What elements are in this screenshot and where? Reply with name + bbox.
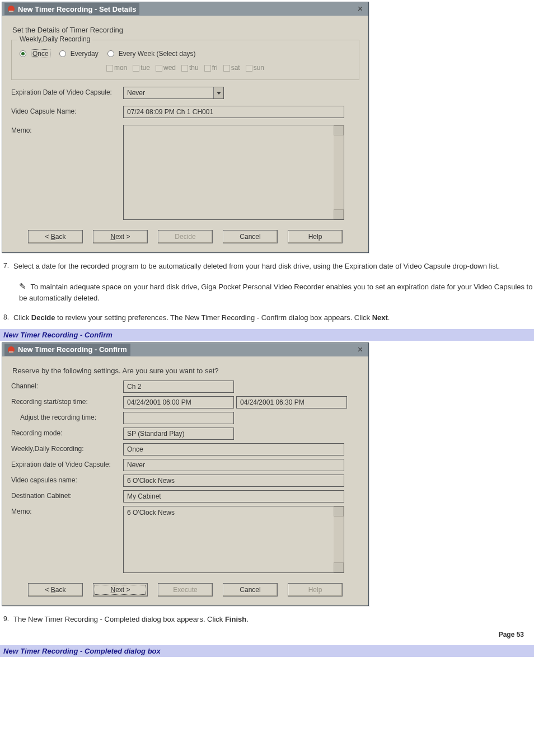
scroll-down-icon[interactable] bbox=[334, 209, 344, 219]
back-button[interactable]: < Back bbox=[28, 583, 83, 597]
svg-rect-3 bbox=[9, 351, 13, 353]
step-9-text: The New Timer Recording - Completed dial… bbox=[13, 614, 534, 625]
radio-once[interactable] bbox=[20, 50, 26, 57]
recurrence-fieldset: Weekly,Daily Recording Once Everyday Eve… bbox=[11, 40, 359, 80]
expiration-value: Never bbox=[123, 459, 344, 471]
titlebar: New Timer Recording - Set Details × bbox=[2, 2, 368, 16]
recurrence-value: Once bbox=[123, 443, 344, 456]
back-button[interactable]: < Back bbox=[28, 230, 83, 243]
recurrence-radio-row: Once Everyday Every Week (Select days) bbox=[20, 49, 351, 58]
cb-mon: mon bbox=[106, 64, 127, 72]
memo-label: Memo: bbox=[11, 125, 123, 134]
next-button[interactable]: Next > bbox=[93, 230, 148, 243]
memo-value: 6 O'Clock News bbox=[124, 506, 334, 572]
day-checkbox-row: mon tue wed thu fri sat sun bbox=[20, 64, 351, 72]
execute-button: Execute bbox=[158, 583, 213, 597]
cancel-button[interactable]: Cancel bbox=[223, 230, 278, 243]
dialog-title: New Timer Recording - Set Details bbox=[18, 5, 136, 13]
memo-textarea[interactable] bbox=[123, 125, 344, 220]
startstop-label: Recording start/stop time: bbox=[11, 396, 123, 406]
cb-tue: tue bbox=[133, 64, 150, 72]
chevron-down-icon[interactable] bbox=[213, 87, 223, 98]
destination-label: Destination Cabinet: bbox=[11, 490, 123, 500]
expiration-label: Expiration date of Video Capsule: bbox=[11, 459, 123, 468]
step-7: 7. Select a date for the recorded progra… bbox=[0, 261, 534, 272]
capsules-name-value: 6 O'Clock News bbox=[123, 475, 344, 487]
expiration-label: Expiration Date of Video Capsule: bbox=[11, 87, 123, 96]
step-9-number: 9. bbox=[0, 614, 13, 625]
scroll-down-icon[interactable] bbox=[334, 562, 344, 572]
set-details-dialog: New Timer Recording - Set Details × Set … bbox=[2, 2, 369, 253]
recurrence-label: Weekly,Daily Recording: bbox=[11, 443, 123, 453]
svg-rect-1 bbox=[9, 11, 13, 12]
app-icon bbox=[7, 345, 16, 354]
memo-text bbox=[124, 125, 334, 219]
instruction-text: Reserve by the following settings. Are y… bbox=[12, 367, 358, 375]
app-icon bbox=[7, 4, 16, 13]
cb-sat: sat bbox=[223, 64, 240, 72]
expiration-select[interactable]: Never bbox=[123, 87, 224, 99]
memo-label: Memo: bbox=[11, 506, 123, 515]
radio-once-label[interactable]: Once bbox=[31, 49, 50, 58]
note-text: To maintain adequate space on your hard … bbox=[19, 283, 532, 302]
close-icon[interactable]: × bbox=[354, 345, 366, 355]
step-7-number: 7. bbox=[0, 261, 13, 272]
step-8-number: 8. bbox=[0, 312, 13, 323]
adjust-value bbox=[123, 412, 234, 424]
title-content: New Timer Recording - Confirm bbox=[4, 344, 130, 356]
channel-label: Channel: bbox=[11, 381, 123, 390]
heading-completed: New Timer Recording - Completed dialog b… bbox=[0, 645, 534, 657]
fieldset-legend: Weekly,Daily Recording bbox=[17, 35, 92, 43]
cb-wed: wed bbox=[156, 64, 176, 72]
capsules-name-label: Video capsules name: bbox=[11, 475, 123, 484]
radio-every-week[interactable] bbox=[107, 50, 114, 57]
expiration-value: Never bbox=[124, 89, 213, 97]
step-8-text: Click Decide to review your setting pref… bbox=[13, 312, 534, 323]
help-button: Help bbox=[288, 583, 343, 597]
dialog-title: New Timer Recording - Confirm bbox=[18, 345, 127, 354]
instruction-text: Set the Details of Timer Recording bbox=[12, 26, 358, 34]
step-8: 8. Click Decide to review your setting p… bbox=[0, 312, 534, 323]
page-number: Page 53 bbox=[0, 625, 534, 640]
radio-every-week-label[interactable]: Every Week (Select days) bbox=[119, 50, 196, 58]
button-row: < Back Next > Execute Cancel Help bbox=[11, 583, 359, 597]
note: ✎ To maintain adequate space on your har… bbox=[19, 280, 534, 304]
radio-everyday[interactable] bbox=[59, 50, 66, 57]
capsule-name-value: 07/24 08:09 PM Ch 1 CH001 bbox=[127, 108, 213, 116]
close-icon[interactable]: × bbox=[354, 4, 366, 14]
stop-time-value: 04/24/2001 06:30 PM bbox=[236, 396, 347, 408]
pencil-icon: ✎ bbox=[19, 281, 26, 291]
mode-value: SP (Standard Play) bbox=[123, 428, 234, 440]
memo-readonly: 6 O'Clock News bbox=[123, 506, 344, 573]
help-button[interactable]: Help bbox=[288, 230, 343, 243]
mode-label: Recording mode: bbox=[11, 428, 123, 437]
cancel-button[interactable]: Cancel bbox=[223, 583, 278, 597]
next-button[interactable]: Next > bbox=[93, 583, 148, 597]
step-7-text: Select a date for the recorded program t… bbox=[13, 261, 534, 272]
button-row: < Back Next > Decide Cancel Help bbox=[11, 230, 359, 243]
memo-scrollbar[interactable] bbox=[334, 125, 344, 219]
cb-thu: thu bbox=[181, 64, 199, 72]
radio-everyday-label[interactable]: Everyday bbox=[71, 50, 99, 58]
capsule-name-input[interactable]: 07/24 08:09 PM Ch 1 CH001 bbox=[123, 106, 344, 118]
title-content: New Timer Recording - Set Details bbox=[4, 3, 139, 15]
adjust-label: Adjust the recording time: bbox=[11, 412, 123, 421]
cb-sun: sun bbox=[246, 64, 264, 72]
confirm-dialog: New Timer Recording - Confirm × Reserve … bbox=[2, 342, 369, 606]
cb-fri: fri bbox=[204, 64, 218, 72]
step-9: 9. The New Timer Recording - Completed d… bbox=[0, 614, 534, 625]
scroll-up-icon[interactable] bbox=[334, 506, 344, 516]
start-time-value: 04/24/2001 06:00 PM bbox=[123, 396, 234, 408]
memo-scrollbar[interactable] bbox=[334, 506, 344, 572]
heading-confirm: New Timer Recording - Confirm bbox=[0, 329, 534, 341]
channel-value: Ch 2 bbox=[123, 381, 234, 393]
scroll-up-icon[interactable] bbox=[334, 125, 344, 135]
capsule-name-label: Video Capsule Name: bbox=[11, 106, 123, 115]
decide-button: Decide bbox=[158, 230, 213, 243]
titlebar: New Timer Recording - Confirm × bbox=[2, 343, 368, 356]
destination-value: My Cabinet bbox=[123, 490, 344, 503]
